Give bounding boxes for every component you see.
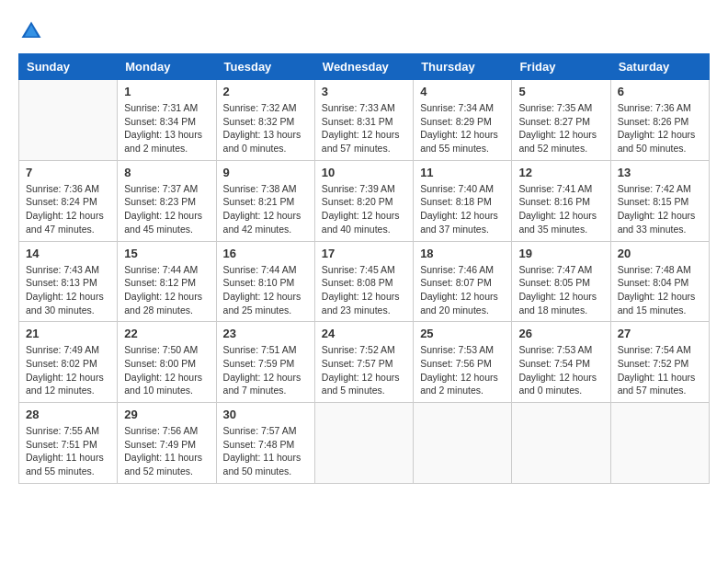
day-info: Sunrise: 7:41 AMSunset: 8:16 PMDaylight:… (518, 182, 603, 236)
day-number: 6 (618, 85, 702, 98)
day-header-thursday: Thursday (414, 54, 512, 80)
calendar-cell: 2Sunrise: 7:32 AMSunset: 8:32 PMDaylight… (216, 80, 314, 161)
calendar-cell (19, 80, 118, 161)
day-number: 9 (223, 166, 308, 179)
day-number: 18 (420, 247, 505, 260)
day-info: Sunrise: 7:53 AMSunset: 7:56 PMDaylight:… (420, 343, 505, 397)
day-number: 27 (618, 327, 702, 340)
page-header (18, 18, 710, 44)
day-number: 8 (124, 166, 209, 179)
calendar-cell: 4Sunrise: 7:34 AMSunset: 8:29 PMDaylight… (414, 80, 512, 161)
day-header-tuesday: Tuesday (216, 54, 314, 80)
calendar-cell: 23Sunrise: 7:51 AMSunset: 7:59 PMDayligh… (216, 322, 314, 403)
calendar-cell: 25Sunrise: 7:53 AMSunset: 7:56 PMDayligh… (414, 322, 512, 403)
day-number: 19 (518, 247, 603, 260)
calendar-week-5: 28Sunrise: 7:55 AMSunset: 7:51 PMDayligh… (19, 403, 710, 484)
day-number: 3 (322, 85, 406, 98)
calendar-cell: 13Sunrise: 7:42 AMSunset: 8:15 PMDayligh… (610, 160, 709, 241)
day-info: Sunrise: 7:39 AMSunset: 8:20 PMDaylight:… (322, 182, 406, 236)
day-number: 12 (518, 166, 603, 179)
calendar-cell: 28Sunrise: 7:55 AMSunset: 7:51 PMDayligh… (19, 403, 118, 484)
day-number: 13 (618, 166, 702, 179)
day-info: Sunrise: 7:31 AMSunset: 8:34 PMDaylight:… (124, 101, 209, 155)
day-info: Sunrise: 7:55 AMSunset: 7:51 PMDaylight:… (26, 424, 110, 478)
day-number: 17 (322, 247, 406, 260)
calendar-cell: 27Sunrise: 7:54 AMSunset: 7:52 PMDayligh… (610, 322, 709, 403)
day-number: 21 (26, 327, 110, 340)
day-info: Sunrise: 7:47 AMSunset: 8:05 PMDaylight:… (518, 263, 603, 317)
day-info: Sunrise: 7:53 AMSunset: 7:54 PMDaylight:… (518, 343, 603, 397)
day-info: Sunrise: 7:37 AMSunset: 8:23 PMDaylight:… (124, 182, 209, 236)
day-header-saturday: Saturday (610, 54, 709, 80)
day-info: Sunrise: 7:56 AMSunset: 7:49 PMDaylight:… (124, 424, 209, 478)
calendar-cell: 21Sunrise: 7:49 AMSunset: 8:02 PMDayligh… (19, 322, 118, 403)
day-number: 5 (518, 85, 603, 98)
day-number: 1 (124, 85, 209, 98)
calendar-cell: 22Sunrise: 7:50 AMSunset: 8:00 PMDayligh… (118, 322, 216, 403)
day-number: 30 (223, 408, 308, 421)
calendar-cell: 6Sunrise: 7:36 AMSunset: 8:26 PMDaylight… (610, 80, 709, 161)
calendar-cell (610, 403, 709, 484)
calendar-cell: 5Sunrise: 7:35 AMSunset: 8:27 PMDaylight… (512, 80, 610, 161)
day-number: 23 (223, 327, 308, 340)
calendar-cell: 9Sunrise: 7:38 AMSunset: 8:21 PMDaylight… (216, 160, 314, 241)
calendar-cell (414, 403, 512, 484)
calendar-table: SundayMondayTuesdayWednesdayThursdayFrid… (18, 53, 710, 484)
calendar-week-4: 21Sunrise: 7:49 AMSunset: 8:02 PMDayligh… (19, 322, 710, 403)
day-info: Sunrise: 7:57 AMSunset: 7:48 PMDaylight:… (223, 424, 308, 478)
day-info: Sunrise: 7:50 AMSunset: 8:00 PMDaylight:… (124, 343, 209, 397)
calendar-cell (314, 403, 413, 484)
day-info: Sunrise: 7:44 AMSunset: 8:10 PMDaylight:… (223, 263, 308, 317)
day-info: Sunrise: 7:49 AMSunset: 8:02 PMDaylight:… (26, 343, 110, 397)
day-number: 26 (518, 327, 603, 340)
day-number: 10 (322, 166, 406, 179)
calendar-header-row: SundayMondayTuesdayWednesdayThursdayFrid… (19, 54, 710, 80)
calendar-cell: 3Sunrise: 7:33 AMSunset: 8:31 PMDaylight… (314, 80, 413, 161)
calendar-cell: 29Sunrise: 7:56 AMSunset: 7:49 PMDayligh… (118, 403, 216, 484)
day-number: 29 (124, 408, 209, 421)
calendar-cell: 19Sunrise: 7:47 AMSunset: 8:05 PMDayligh… (512, 241, 610, 322)
calendar-cell: 10Sunrise: 7:39 AMSunset: 8:20 PMDayligh… (314, 160, 413, 241)
day-info: Sunrise: 7:43 AMSunset: 8:13 PMDaylight:… (26, 263, 110, 317)
calendar-week-1: 1Sunrise: 7:31 AMSunset: 8:34 PMDaylight… (19, 80, 710, 161)
day-number: 28 (26, 408, 110, 421)
calendar-cell: 24Sunrise: 7:52 AMSunset: 7:57 PMDayligh… (314, 322, 413, 403)
calendar-cell: 26Sunrise: 7:53 AMSunset: 7:54 PMDayligh… (512, 322, 610, 403)
day-info: Sunrise: 7:32 AMSunset: 8:32 PMDaylight:… (223, 101, 308, 155)
day-info: Sunrise: 7:35 AMSunset: 8:27 PMDaylight:… (518, 101, 603, 155)
day-header-monday: Monday (118, 54, 216, 80)
day-info: Sunrise: 7:34 AMSunset: 8:29 PMDaylight:… (420, 101, 505, 155)
calendar-cell: 16Sunrise: 7:44 AMSunset: 8:10 PMDayligh… (216, 241, 314, 322)
calendar-cell: 12Sunrise: 7:41 AMSunset: 8:16 PMDayligh… (512, 160, 610, 241)
day-info: Sunrise: 7:36 AMSunset: 8:24 PMDaylight:… (26, 182, 110, 236)
calendar-week-3: 14Sunrise: 7:43 AMSunset: 8:13 PMDayligh… (19, 241, 710, 322)
day-number: 4 (420, 85, 505, 98)
calendar-cell: 11Sunrise: 7:40 AMSunset: 8:18 PMDayligh… (414, 160, 512, 241)
day-number: 24 (322, 327, 406, 340)
calendar-cell: 1Sunrise: 7:31 AMSunset: 8:34 PMDaylight… (118, 80, 216, 161)
day-number: 20 (618, 247, 702, 260)
day-number: 25 (420, 327, 505, 340)
logo-icon (18, 18, 44, 44)
calendar-cell: 20Sunrise: 7:48 AMSunset: 8:04 PMDayligh… (610, 241, 709, 322)
calendar-cell: 7Sunrise: 7:36 AMSunset: 8:24 PMDaylight… (19, 160, 118, 241)
day-info: Sunrise: 7:46 AMSunset: 8:07 PMDaylight:… (420, 263, 505, 317)
day-info: Sunrise: 7:42 AMSunset: 8:15 PMDaylight:… (618, 182, 702, 236)
day-header-wednesday: Wednesday (314, 54, 413, 80)
day-number: 7 (26, 166, 110, 179)
day-info: Sunrise: 7:36 AMSunset: 8:26 PMDaylight:… (618, 101, 702, 155)
calendar-cell: 30Sunrise: 7:57 AMSunset: 7:48 PMDayligh… (216, 403, 314, 484)
day-number: 14 (26, 247, 110, 260)
calendar-cell: 8Sunrise: 7:37 AMSunset: 8:23 PMDaylight… (118, 160, 216, 241)
calendar-cell: 14Sunrise: 7:43 AMSunset: 8:13 PMDayligh… (19, 241, 118, 322)
day-info: Sunrise: 7:44 AMSunset: 8:12 PMDaylight:… (124, 263, 209, 317)
day-info: Sunrise: 7:51 AMSunset: 7:59 PMDaylight:… (223, 343, 308, 397)
calendar-cell: 15Sunrise: 7:44 AMSunset: 8:12 PMDayligh… (118, 241, 216, 322)
day-info: Sunrise: 7:45 AMSunset: 8:08 PMDaylight:… (322, 263, 406, 317)
day-header-friday: Friday (512, 54, 610, 80)
day-number: 2 (223, 85, 308, 98)
day-info: Sunrise: 7:40 AMSunset: 8:18 PMDaylight:… (420, 182, 505, 236)
calendar-cell (512, 403, 610, 484)
logo (18, 18, 48, 44)
day-header-sunday: Sunday (19, 54, 118, 80)
